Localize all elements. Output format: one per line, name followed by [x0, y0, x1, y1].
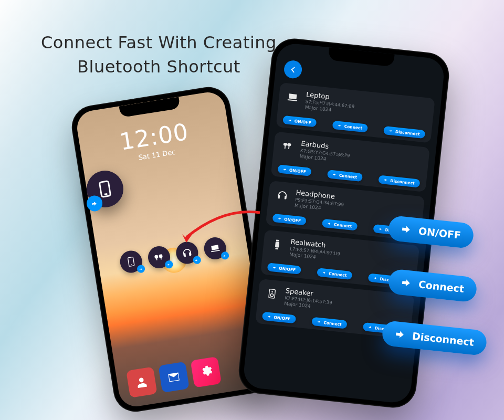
share-icon [192, 256, 201, 265]
notch [328, 47, 395, 67]
heading-line2: Bluetooth Shortcut [41, 55, 277, 79]
disconnect-button[interactable]: Disconnect [383, 126, 425, 139]
dock-settings[interactable] [191, 356, 222, 387]
lockscreen-clock: 12:00 Sat 11 Dec [78, 112, 232, 171]
dock-contacts[interactable] [126, 366, 157, 397]
onoff-button[interactable]: ON/OFF [272, 214, 306, 226]
share-icon [220, 251, 229, 260]
headphone-icon [274, 187, 290, 204]
earbuds-icon [279, 139, 296, 155]
svg-rect-0 [128, 257, 134, 267]
back-button[interactable] [283, 60, 302, 79]
laptop-icon [285, 89, 301, 106]
svg-rect-5 [276, 240, 279, 242]
share-icon [401, 223, 413, 236]
svg-rect-6 [275, 248, 278, 249]
svg-point-9 [270, 293, 274, 297]
onoff-button[interactable]: ON/OFF [267, 262, 301, 275]
connect-button[interactable]: Connect [327, 170, 363, 182]
connect-button[interactable]: Connect [332, 121, 368, 133]
shortcut-earbuds[interactable] [146, 245, 172, 270]
svg-point-8 [271, 291, 273, 292]
share-icon [401, 277, 413, 289]
disconnect-button[interactable]: Disconnect [379, 175, 421, 188]
share-icon [136, 265, 145, 274]
notch [119, 97, 180, 118]
connect-button[interactable]: Connect [317, 268, 353, 280]
svg-line-3 [104, 194, 108, 194]
watch-icon [269, 237, 286, 253]
speaker-icon [264, 286, 280, 302]
shortcut-phone[interactable] [118, 249, 143, 275]
shortcut-headphone[interactable] [174, 240, 200, 266]
share-icon [394, 328, 407, 341]
heading-line1: Connect Fast With Creating [41, 30, 277, 55]
svg-rect-4 [275, 242, 279, 248]
dock-mail[interactable] [158, 362, 189, 393]
shortcut-laptop[interactable] [202, 236, 227, 261]
onoff-button[interactable]: ON/OFF [262, 312, 296, 324]
svg-point-1 [131, 264, 132, 265]
page-heading: Connect Fast With Creating Bluetooth Sho… [41, 30, 277, 79]
connect-button[interactable]: Connect [322, 219, 358, 231]
onoff-button[interactable]: ON/OFF [277, 164, 311, 176]
onoff-button[interactable]: ON/OFF [282, 116, 317, 128]
connect-button[interactable]: Connect [312, 317, 348, 329]
